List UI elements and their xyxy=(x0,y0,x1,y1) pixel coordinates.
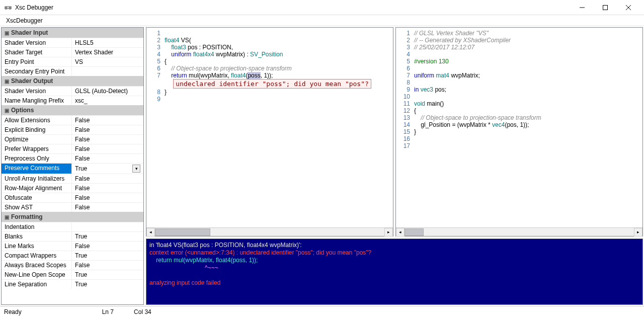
code-line[interactable]: 2// -- Generated by XShaderCompiler xyxy=(396,37,642,44)
property-row[interactable]: Secondary Entry Point xyxy=(2,66,143,76)
property-value[interactable]: True▾ xyxy=(72,164,143,174)
menu-item-xscdebugger[interactable]: XscDebugger xyxy=(3,16,46,25)
property-row[interactable]: Prefer WrappersFalse xyxy=(2,144,143,153)
property-value[interactable]: False xyxy=(72,193,143,202)
source-editor-right[interactable]: 1// GLSL Vertex Shader "VS"2// -- Genera… xyxy=(395,27,643,236)
collapse-icon[interactable]: ▣ xyxy=(5,78,9,84)
code-line[interactable]: 6 // Object-space to projection-space tr… xyxy=(146,65,393,72)
property-value[interactable]: True xyxy=(72,280,143,289)
menu-bar: XscDebugger xyxy=(0,15,644,26)
code-line[interactable]: 9in vec3 pos; xyxy=(396,86,642,93)
collapse-icon[interactable]: ▣ xyxy=(5,108,9,113)
property-group-header[interactable]: ▣Shader Output xyxy=(2,76,143,86)
scroll-left-icon[interactable]: ◂ xyxy=(146,228,155,236)
code-line[interactable]: 11void main() xyxy=(396,100,642,107)
code-line[interactable]: 14 gl_Position = (wvpMatrix * vec4(pos, … xyxy=(396,121,642,128)
scroll-right-icon[interactable]: ▸ xyxy=(384,228,393,236)
line-number: 6 xyxy=(146,65,165,72)
code-line[interactable]: 7 return mul(wvpMatrix, float4(poss, 1))… xyxy=(146,72,393,79)
code-line[interactable]: 4 xyxy=(396,51,642,58)
property-value[interactable] xyxy=(72,222,143,231)
property-value[interactable]: False xyxy=(72,144,143,153)
output-console[interactable]: in 'float4 VS(float3 pos : POSITION, flo… xyxy=(146,239,643,305)
code-line[interactable]: 5#version 130 xyxy=(396,58,642,65)
property-value[interactable]: False xyxy=(72,116,143,125)
property-value[interactable]: Vertex Shader xyxy=(72,48,143,57)
dropdown-button[interactable]: ▾ xyxy=(132,165,140,173)
property-value[interactable]: False xyxy=(72,154,143,163)
code-line[interactable]: 3// 25/02/2017 12:12:07 xyxy=(396,44,642,51)
property-value[interactable]: False xyxy=(72,261,143,270)
property-value[interactable] xyxy=(72,67,143,76)
property-row[interactable]: BlanksTrue xyxy=(2,231,143,241)
code-line[interactable]: 8 xyxy=(396,79,642,86)
minimize-button[interactable] xyxy=(571,0,594,15)
code-line[interactable]: 13 // Object-space to projection-space t… xyxy=(396,114,642,121)
property-row[interactable]: Line SeparationTrue xyxy=(2,279,143,289)
code-line[interactable]: 9 xyxy=(146,96,393,103)
code-line[interactable]: 1// GLSL Vertex Shader "VS" xyxy=(396,30,642,37)
property-group-header[interactable]: ▣Options xyxy=(2,105,143,115)
code-line[interactable]: 17 xyxy=(396,142,642,149)
property-value[interactable]: True xyxy=(72,251,143,260)
property-row[interactable]: Shader TargetVertex Shader xyxy=(2,47,143,57)
code-line[interactable]: 16 xyxy=(396,135,642,142)
code-line[interactable]: 2float4 VS( xyxy=(146,37,393,44)
editors-row: 12float4 VS(3 float3 pos : POSITION,4 un… xyxy=(146,27,643,236)
property-row[interactable]: Preprocess OnlyFalse xyxy=(2,153,143,163)
code-line[interactable]: 6 xyxy=(396,65,642,72)
property-value[interactable]: False xyxy=(72,203,143,212)
collapse-icon[interactable]: ▣ xyxy=(5,214,9,220)
close-button[interactable] xyxy=(617,0,640,15)
property-row[interactable]: ObfuscateFalse xyxy=(2,193,143,202)
code-line[interactable]: 7uniform mat4 wvpMatrix; xyxy=(396,72,642,79)
property-group-header[interactable]: ▣Shader Input xyxy=(2,28,143,38)
property-value[interactable]: HLSL5 xyxy=(72,38,143,47)
property-value[interactable]: VS xyxy=(72,57,143,66)
property-row[interactable]: Row-Major AlignmentFalse xyxy=(2,183,143,193)
code-line[interactable]: 10 xyxy=(396,93,642,100)
property-row[interactable]: Show ASTFalse xyxy=(2,202,143,212)
property-value[interactable]: False xyxy=(72,174,143,183)
scroll-left-icon[interactable]: ◂ xyxy=(396,228,405,236)
source-editor-left[interactable]: 12float4 VS(3 float3 pos : POSITION,4 un… xyxy=(146,27,393,236)
scroll-right-icon[interactable]: ▸ xyxy=(634,228,642,236)
property-row[interactable]: Compact WrappersTrue xyxy=(2,251,143,260)
code-line[interactable]: 3 float3 pos : POSITION, xyxy=(146,44,393,51)
property-row[interactable]: New-Line Open ScopeTrue xyxy=(2,270,143,279)
maximize-button[interactable] xyxy=(594,0,617,15)
code-line[interactable]: 12{ xyxy=(396,107,642,114)
property-value[interactable]: False xyxy=(72,135,143,144)
property-row[interactable]: Name Mangling Prefixxsc_ xyxy=(2,96,143,105)
code-line[interactable]: 4 uniform float4x4 wvpMatrix) : SV_Posit… xyxy=(146,51,393,58)
property-row[interactable]: Allow ExtensionsFalse xyxy=(2,115,143,125)
property-row[interactable]: Entry PointVS xyxy=(2,57,143,66)
property-row[interactable]: Shader VersionGLSL (Auto-Detect) xyxy=(2,86,143,96)
code-text: gl_Position = (wvpMatrix * vec4(pos, 1))… xyxy=(414,121,642,128)
code-line[interactable]: 15} xyxy=(396,128,642,135)
property-row[interactable]: Line MarksFalse xyxy=(2,241,143,251)
property-value[interactable]: xsc_ xyxy=(72,96,143,105)
property-row[interactable]: Shader VersionHLSL5 xyxy=(2,38,143,47)
code-line[interactable]: 1 xyxy=(146,30,393,37)
property-value[interactable]: True xyxy=(72,270,143,279)
property-row[interactable]: Always Braced ScopesFalse xyxy=(2,260,143,270)
hscrollbar-right[interactable]: ◂ ▸ xyxy=(396,227,642,236)
property-value[interactable]: False xyxy=(72,184,143,193)
property-row[interactable]: Preserve CommentsTrue▾ xyxy=(2,163,143,174)
property-value[interactable]: True xyxy=(72,232,143,241)
property-row[interactable]: OptimizeFalse xyxy=(2,134,143,144)
property-group-header[interactable]: ▣Formatting xyxy=(2,212,143,222)
property-row[interactable]: Explicit BindingFalse xyxy=(2,125,143,134)
code-line[interactable]: undeclared identifier "poss"; did you me… xyxy=(146,79,393,89)
property-row[interactable]: Unroll Array InitializersFalse xyxy=(2,174,143,183)
property-value[interactable]: GLSL (Auto-Detect) xyxy=(72,87,143,96)
property-value[interactable]: False xyxy=(72,125,143,134)
code-line[interactable]: 8} xyxy=(146,89,393,96)
collapse-icon[interactable]: ▣ xyxy=(5,30,9,36)
property-row[interactable]: Indentation xyxy=(2,222,143,231)
hscrollbar-left[interactable]: ◂ ▸ xyxy=(146,227,393,236)
property-value[interactable]: False xyxy=(72,242,143,251)
property-grid[interactable]: ▣Shader InputShader VersionHLSL5Shader T… xyxy=(1,27,144,305)
code-line[interactable]: 5{ xyxy=(146,58,393,65)
